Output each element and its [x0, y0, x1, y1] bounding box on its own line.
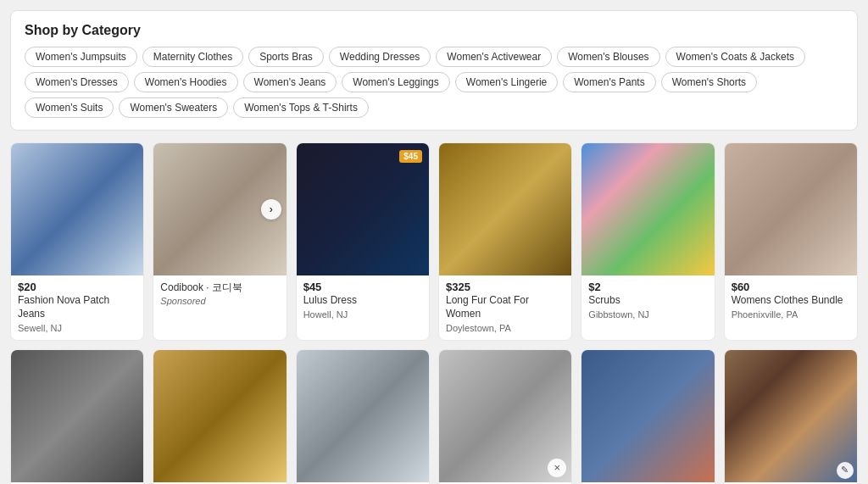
product-image: × — [439, 350, 571, 482]
product-image — [11, 143, 143, 275]
product-name: Womens Clothes Bundle — [732, 294, 850, 308]
product-name: Long Fur Coat For Women — [446, 294, 565, 320]
category-tag[interactable]: Women's Coats & Jackets — [665, 47, 805, 67]
product-image — [153, 350, 286, 482]
category-tag[interactable]: Women's Activewear — [436, 47, 552, 67]
product-info: $2ScrubsGibbstown, NJ — [581, 275, 714, 326]
product-card[interactable]: ›Codibook · 코디북Sponsored — [153, 142, 287, 341]
category-tag[interactable]: Women's Shorts — [661, 72, 757, 92]
page-wrapper: Shop by Category Women's JumpsuitsMatern… — [0, 0, 868, 484]
category-tag[interactable]: Women's Blouses — [557, 47, 659, 67]
product-price: $325 — [446, 281, 565, 293]
product-card[interactable]: $65Lululemon Wunder Under LuonWilmington… — [581, 349, 715, 484]
product-image: ✎ — [725, 350, 857, 482]
product-price: $2 — [588, 281, 707, 293]
product-image — [725, 143, 857, 275]
product-location: Doylestown, PA — [446, 323, 565, 333]
product-name: Fashion Nova Patch Jeans — [18, 294, 136, 320]
product-info: $325Long Fur Coat For WomenDoylestown, P… — [439, 275, 571, 339]
product-card[interactable]: $45$45Lulus DressHowell, NJ — [296, 142, 430, 341]
category-tag[interactable]: Women's Leggings — [342, 72, 449, 92]
product-badge: $45 — [399, 150, 422, 163]
product-card[interactable]: ✎$1Store Closing - Displays, Clothes and… — [724, 349, 858, 484]
product-card[interactable]: $60Womens Clothes BundlePhoenixville, PA — [724, 142, 858, 341]
product-image — [581, 143, 714, 275]
product-sponsored-label: Sponsored — [160, 296, 279, 306]
product-card[interactable]: $15New white faux shearling oversized sh… — [296, 349, 430, 484]
carousel-next-button[interactable]: › — [261, 199, 281, 220]
category-tag[interactable]: Women's Lingerie — [455, 72, 558, 92]
product-image — [439, 143, 571, 275]
product-image: $45 — [297, 143, 429, 275]
product-location: Phoenixville, PA — [732, 309, 850, 320]
product-name: Lulus Dress — [303, 294, 422, 308]
category-tag[interactable]: Women's Tops & T-Shirts — [233, 97, 369, 118]
product-info: $45Lulus DressHowell, NJ — [297, 275, 429, 326]
product-info: $20Fashion Nova Patch JeansSewell, NJ — [11, 275, 143, 339]
product-price: $20 — [18, 281, 136, 293]
product-location: Sewell, NJ — [18, 323, 136, 333]
category-tags-container: Women's JumpsuitsMaternity ClothesSports… — [25, 47, 843, 118]
category-section-title: Shop by Category — [25, 23, 843, 38]
product-location: Howell, NJ — [303, 309, 422, 320]
product-card[interactable]: EsillahurtSponsored — [153, 349, 287, 484]
product-name: Scrubs — [588, 294, 707, 308]
edit-icon[interactable]: ✎ — [837, 462, 854, 479]
product-card[interactable]: $2ScrubsGibbstown, NJ — [581, 142, 715, 341]
product-info: $60Womens Clothes BundlePhoenixville, PA — [725, 275, 857, 326]
category-tag[interactable]: Women's Jumpsuits — [25, 47, 137, 67]
category-tag[interactable]: Women's Hoodies — [134, 72, 238, 92]
category-tag[interactable]: Women's Dresses — [25, 72, 129, 92]
category-section: Shop by Category Women's JumpsuitsMatern… — [10, 10, 858, 131]
category-tag[interactable]: Women's Suits — [25, 97, 114, 118]
product-price: $45 — [303, 281, 422, 293]
category-tag[interactable]: Women's Pants — [563, 72, 655, 92]
product-image — [297, 350, 429, 482]
category-tag[interactable]: Women's Sweaters — [119, 97, 228, 118]
products-grid: $20Fashion Nova Patch JeansSewell, NJ›Co… — [10, 142, 858, 484]
product-card[interactable]: $325Long Fur Coat For WomenDoylestown, P… — [438, 142, 572, 341]
product-info: Codibook · 코디북Sponsored — [153, 275, 286, 313]
product-name: Codibook · 코디북 — [160, 281, 279, 295]
product-card[interactable]: ×$20$30Vineyard Vines Whale Tail VestCin… — [438, 349, 572, 484]
product-image — [11, 350, 143, 482]
product-card[interactable]: $20Fashion Nova Patch JeansSewell, NJ — [10, 142, 144, 341]
category-tag[interactable]: Maternity Clothes — [142, 47, 243, 67]
product-price: $60 — [732, 281, 850, 293]
category-tag[interactable]: Women's Jeans — [243, 72, 337, 92]
delete-button[interactable]: × — [548, 459, 566, 477]
product-card[interactable]: $25Columbia Winter JacketNorristown, PA — [10, 349, 144, 484]
category-tag[interactable]: Sports Bras — [248, 47, 324, 67]
category-tag[interactable]: Wedding Dresses — [329, 47, 431, 67]
product-image: › — [153, 143, 286, 275]
product-location: Gibbstown, NJ — [588, 309, 707, 320]
product-image — [581, 350, 714, 482]
